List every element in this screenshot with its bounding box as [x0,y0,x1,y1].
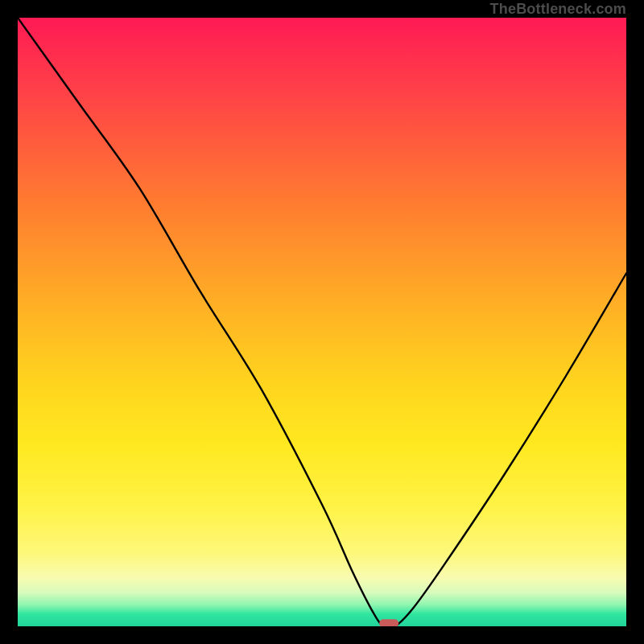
watermark-label: TheBottleneck.com [490,0,626,18]
plot-area [18,18,626,626]
chart-frame: TheBottleneck.com [0,0,644,644]
optimal-point-marker [379,619,398,626]
bottleneck-curve [18,18,626,626]
